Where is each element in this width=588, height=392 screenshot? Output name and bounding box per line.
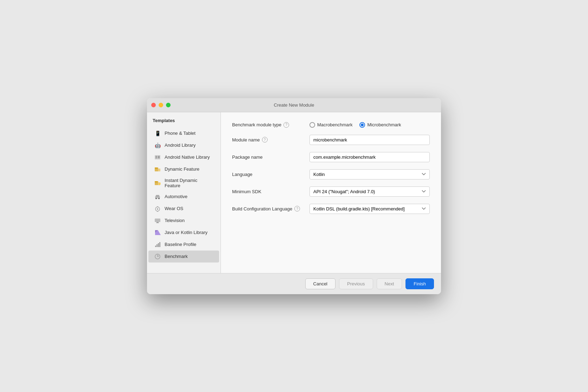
- language-select[interactable]: Kotlin Java: [309, 169, 430, 179]
- minimize-button[interactable]: [159, 103, 163, 107]
- benchmark-module-type-row: Benchmark module type ? Macrobenchmark M…: [232, 122, 430, 128]
- close-button[interactable]: [151, 103, 156, 107]
- microbenchmark-option[interactable]: Microbenchmark: [359, 122, 401, 128]
- benchmark-module-type-help-icon[interactable]: ?: [283, 122, 289, 128]
- sidebar-item-import[interactable]: Import...: [148, 270, 219, 273]
- sidebar-item-label: Benchmark: [165, 254, 188, 259]
- sidebar-header: Templates: [147, 118, 220, 127]
- svg-text:⚡: ⚡: [158, 182, 161, 185]
- module-name-input[interactable]: [309, 135, 430, 145]
- module-name-control: [309, 135, 430, 145]
- module-name-row: Module name ?: [232, 135, 430, 145]
- sidebar: Templates 📱 Phone & Tablet 🤖 Android Lib…: [147, 112, 221, 273]
- svg-point-16: [157, 208, 158, 210]
- dialog-title: Create New Module: [274, 102, 314, 108]
- sidebar-item-label: Television: [165, 218, 185, 223]
- sidebar-item-label: Instant Dynamic Feature: [165, 178, 213, 188]
- sidebar-item-wear-os[interactable]: Wear OS: [148, 203, 219, 215]
- min-sdk-label: Minimum SDK: [232, 189, 309, 194]
- language-row: Language Kotlin Java: [232, 169, 430, 179]
- sidebar-item-benchmark[interactable]: Benchmark: [148, 251, 219, 263]
- sidebar-item-label: Dynamic Feature: [165, 166, 199, 172]
- titlebar-buttons: [151, 103, 171, 107]
- module-name-label: Module name ?: [232, 137, 309, 143]
- svg-rect-20: [155, 219, 160, 222]
- svg-rect-3: [158, 156, 160, 158]
- sidebar-item-dynamic-feature[interactable]: Dynamic Feature: [148, 163, 219, 175]
- sidebar-item-baseline-profile[interactable]: Baseline Profile: [148, 239, 219, 251]
- dynamic-icon: [154, 166, 161, 173]
- svg-rect-22: [156, 223, 159, 223]
- sidebar-item-label: Android Native Library: [165, 154, 210, 160]
- android-icon: 🤖: [154, 142, 161, 149]
- build-config-control: Kotlin DSL (build.gradle.kts) [Recommend…: [309, 204, 430, 214]
- sidebar-item-label: Java or Kotlin Library: [165, 230, 207, 235]
- microbenchmark-radio[interactable]: [359, 122, 365, 128]
- build-config-help-icon[interactable]: ?: [294, 206, 300, 211]
- build-config-row: Build Configuration Language ? Kotlin DS…: [232, 204, 430, 214]
- maximize-button[interactable]: [166, 103, 171, 107]
- previous-button[interactable]: Previous: [339, 278, 373, 289]
- svg-rect-27: [158, 243, 159, 247]
- svg-rect-26: [156, 244, 158, 247]
- macrobenchmark-option[interactable]: Macrobenchmark: [309, 122, 352, 128]
- min-sdk-row: Minimum SDK API 21 ("Lollipop"; Android …: [232, 186, 430, 197]
- benchmark-module-type-control: Macrobenchmark Microbenchmark: [309, 122, 430, 128]
- build-config-label: Build Configuration Language ?: [232, 206, 309, 211]
- macrobenchmark-radio[interactable]: [309, 122, 315, 128]
- package-name-input[interactable]: [309, 152, 430, 162]
- sidebar-item-instant-dynamic-feature[interactable]: ⚡ Instant Dynamic Feature: [148, 175, 219, 191]
- package-name-label: Package name: [232, 154, 309, 160]
- sidebar-item-television[interactable]: Television: [148, 215, 219, 227]
- tv-icon: [154, 217, 161, 224]
- svg-rect-17: [157, 206, 158, 207]
- sidebar-item-android-native-library[interactable]: Android Native Library: [148, 151, 219, 163]
- finish-button[interactable]: Finish: [405, 278, 434, 289]
- sidebar-item-label: Baseline Profile: [165, 242, 196, 247]
- sidebar-item-phone-tablet[interactable]: 📱 Phone & Tablet: [148, 127, 219, 139]
- module-name-help-icon[interactable]: ?: [262, 137, 268, 143]
- microbenchmark-label: Microbenchmark: [367, 122, 401, 127]
- language-control: Kotlin Java: [309, 169, 430, 179]
- svg-point-14: [158, 198, 160, 199]
- instant-icon: ⚡: [154, 179, 161, 186]
- min-sdk-select[interactable]: API 21 ("Lollipop"; Android 5.0) API 23 …: [309, 186, 430, 197]
- svg-rect-6: [158, 169, 160, 171]
- native-icon: [154, 154, 161, 161]
- main-form: Benchmark module type ? Macrobenchmark M…: [221, 112, 441, 273]
- next-button[interactable]: Next: [377, 278, 402, 289]
- cancel-button[interactable]: Cancel: [305, 278, 335, 289]
- sidebar-item-label: Automotive: [165, 194, 187, 199]
- svg-rect-12: [156, 195, 159, 197]
- sidebar-item-automotive[interactable]: Automotive: [148, 191, 219, 203]
- svg-rect-18: [157, 211, 158, 212]
- automotive-icon: [154, 193, 161, 200]
- baseline-icon: [154, 241, 161, 248]
- svg-rect-8: [155, 181, 158, 182]
- sidebar-item-label: Android Library: [165, 143, 196, 148]
- svg-rect-5: [155, 167, 158, 169]
- footer: Cancel Previous Next Finish: [147, 273, 441, 294]
- build-config-select[interactable]: Kotlin DSL (build.gradle.kts) [Recommend…: [309, 204, 430, 214]
- svg-rect-21: [156, 222, 159, 223]
- sidebar-item-label: Wear OS: [165, 206, 183, 211]
- titlebar: Create New Module: [147, 98, 441, 112]
- benchmark-icon: [154, 253, 161, 260]
- svg-point-13: [155, 198, 157, 199]
- svg-rect-28: [159, 242, 160, 247]
- svg-rect-2: [155, 157, 157, 158]
- benchmark-module-type-label: Benchmark module type ?: [232, 122, 309, 128]
- content-area: Templates 📱 Phone & Tablet 🤖 Android Lib…: [147, 112, 441, 273]
- min-sdk-control: API 21 ("Lollipop"; Android 5.0) API 23 …: [309, 186, 430, 197]
- sidebar-item-label: Phone & Tablet: [165, 131, 196, 136]
- kotlin-icon: [154, 229, 161, 236]
- svg-rect-25: [155, 246, 156, 247]
- macrobenchmark-label: Macrobenchmark: [317, 122, 352, 127]
- package-name-row: Package name: [232, 152, 430, 162]
- sidebar-item-java-kotlin-library[interactable]: Java or Kotlin Library: [148, 227, 219, 239]
- package-name-control: [309, 152, 430, 162]
- wearos-icon: [154, 205, 161, 212]
- language-label: Language: [232, 172, 309, 177]
- sidebar-item-android-library[interactable]: 🤖 Android Library: [148, 139, 219, 151]
- svg-rect-1: [155, 156, 157, 157]
